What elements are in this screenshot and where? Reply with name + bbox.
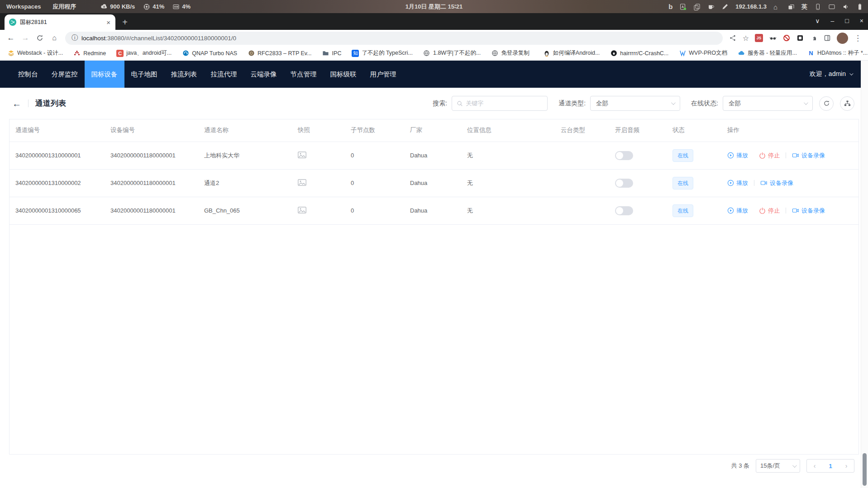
search-label: 搜索: [433, 99, 447, 108]
search-input[interactable] [466, 100, 543, 107]
prev-page-button[interactable]: ‹ [807, 462, 822, 469]
forward-button[interactable]: → [19, 32, 32, 44]
bing-tray-icon[interactable]: b [668, 3, 672, 10]
side-panel-icon[interactable] [823, 34, 831, 42]
snapshot-thumbnail-icon[interactable] [298, 152, 306, 158]
audio-toggle[interactable] [615, 151, 633, 160]
bookmark-ipc-folder[interactable]: IPC [322, 50, 342, 57]
nav-item-pull-proxy[interactable]: 拉流代理 [204, 61, 244, 88]
stop-button[interactable]: 停止 [759, 207, 780, 215]
nav-item-user-manage[interactable]: 用户管理 [363, 61, 403, 88]
bookmark-wvp-docs[interactable]: WVP-PRO文档 [679, 49, 727, 57]
cpu-icon [143, 3, 150, 10]
applications-menu[interactable]: 应用程序 [52, 3, 76, 11]
profile-avatar[interactable] [837, 33, 848, 44]
snapshot-thumbnail-icon[interactable] [298, 179, 306, 186]
nav-item-gb-cascade[interactable]: 国标级联 [324, 61, 363, 88]
nav-item-split-monitor[interactable]: 分屏监控 [45, 61, 85, 88]
page-size-select[interactable]: 15条/页 [756, 459, 800, 473]
current-page-number[interactable]: 1 [822, 463, 839, 469]
app-navbar: 控制台 分屏监控 国标设备 电子地图 推流列表 拉流代理 云端录像 节点管理 国… [0, 61, 868, 88]
nav-item-emap[interactable]: 电子地图 [124, 61, 164, 88]
snapshot-thumbnail-icon[interactable] [298, 207, 306, 213]
bookmark-redmine[interactable]: Redmine [73, 50, 106, 57]
input-method-indicator[interactable]: 英 [801, 3, 807, 11]
channel-type-select[interactable]: 全部 [590, 96, 680, 111]
bookmark-java-android[interactable]: C java、android可... [116, 49, 172, 57]
tab-search-icon[interactable]: ∨ [815, 17, 820, 24]
scrollbar-thumb[interactable] [863, 453, 867, 486]
browser-menu-icon[interactable]: ⋮ [854, 33, 862, 43]
device-record-button[interactable]: 设备录像 [792, 152, 825, 160]
nav-item-console[interactable]: 控制台 [11, 61, 45, 88]
extensions-puzzle-icon[interactable] [810, 34, 817, 42]
status-badge: 在线 [672, 177, 693, 190]
audio-toggle[interactable] [615, 179, 633, 188]
volume-icon[interactable] [842, 3, 849, 10]
audio-toggle[interactable] [615, 206, 633, 215]
bookmark-rfc2833[interactable]: RFC2833 – RTP Ev... [248, 50, 312, 57]
notes-tray-icon[interactable] [679, 3, 687, 10]
bookmark-qnap[interactable]: QNAP Turbo NAS [182, 50, 237, 57]
ip-address[interactable]: 192.168.1.3 [735, 3, 767, 10]
next-page-button[interactable]: › [839, 462, 854, 469]
pen-tray-icon[interactable] [721, 3, 729, 10]
refresh-button[interactable] [819, 96, 834, 111]
back-arrow-button[interactable]: ← [12, 99, 21, 108]
online-status-select[interactable]: 全部 [723, 96, 813, 111]
clock[interactable]: 1月10日 星期二 15∶21 [405, 3, 463, 11]
site-info-icon[interactable]: ⓘ [72, 34, 78, 42]
back-button[interactable]: ← [5, 32, 17, 44]
header-audio: 开启音频 [609, 119, 667, 142]
user-menu[interactable]: 欢迎，admin [810, 61, 852, 88]
phone-link-icon[interactable] [814, 3, 821, 10]
play-button[interactable]: 播放 [727, 207, 748, 215]
tab-close-icon[interactable]: × [105, 19, 112, 26]
extension-screenshot-icon[interactable] [796, 34, 804, 42]
clipboard-tray-icon[interactable] [693, 3, 701, 10]
share-icon[interactable] [729, 34, 737, 42]
tab-favicon [9, 19, 16, 26]
bookmark-copy-free[interactable]: 免登录复制 [491, 49, 529, 57]
stop-button[interactable]: 停止 [759, 152, 780, 160]
windows-tray-icon[interactable] [787, 3, 795, 10]
cell-device-id: 34020000001180000001 [105, 142, 198, 169]
bookmark-zhihu-typescript[interactable]: 知 了不起的 TypeScri... [352, 49, 413, 57]
device-record-button[interactable]: 设备录像 [792, 207, 825, 215]
play-button[interactable]: 播放 [727, 152, 748, 160]
nav-item-cloud-record[interactable]: 云端录像 [244, 61, 284, 88]
channel-table: 通道编号 设备编号 通道名称 快照 子节点数 厂家 位置信息 云台类型 开启音频… [10, 119, 858, 225]
play-button[interactable]: 播放 [727, 179, 748, 187]
bookmark-hdatmos[interactable]: N HDAtmos :: 种子 *... [807, 49, 868, 57]
battery-icon[interactable] [856, 3, 863, 10]
coffee-tray-icon[interactable] [707, 3, 715, 10]
bookmark-star-icon[interactable]: ☆ [743, 34, 749, 43]
workspaces-button[interactable]: Workspaces [6, 3, 41, 10]
bookmark-18w-article[interactable]: 1.8W字|了不起的... [423, 49, 481, 57]
reload-button[interactable] [33, 32, 46, 44]
bookmark-compile-android[interactable]: 如何编译Android... [543, 49, 600, 57]
window-restore-button[interactable]: □ [845, 17, 849, 24]
extension-blocker-icon[interactable] [782, 34, 790, 42]
address-bar[interactable]: ⓘ localhost:38080/#/channelList/34020000… [65, 32, 723, 45]
nav-item-gb-device[interactable]: 国标设备 [85, 61, 124, 88]
chevron-down-icon [671, 100, 676, 105]
vertical-scrollbar[interactable] [861, 61, 868, 488]
nav-item-push-list[interactable]: 推流列表 [164, 61, 204, 88]
browser-tab[interactable]: 国标28181 × [5, 14, 115, 30]
extension-js-icon[interactable]: JS [755, 34, 763, 42]
home-button[interactable]: ⌂ [48, 32, 61, 44]
window-close-button[interactable]: × [860, 17, 863, 24]
window-minimize-button[interactable]: – [831, 17, 835, 24]
device-record-button[interactable]: 设备录像 [760, 179, 793, 187]
new-tab-button[interactable]: + [118, 15, 132, 29]
bookmark-webstack[interactable]: Webstack - 设计... [7, 49, 63, 57]
search-box[interactable] [452, 96, 548, 111]
tree-view-button[interactable] [840, 96, 854, 111]
nav-item-node-manage[interactable]: 节点管理 [284, 61, 324, 88]
home-tray-icon[interactable]: ⌂ [773, 3, 781, 10]
display-tray-icon[interactable] [828, 3, 835, 10]
bookmark-server[interactable]: 服务器 - 轻量应用... [738, 49, 797, 57]
bookmark-github-crashc[interactable]: hairrrrr/C-CrashC... [610, 50, 668, 57]
extension-glasses-icon[interactable] [769, 34, 777, 42]
